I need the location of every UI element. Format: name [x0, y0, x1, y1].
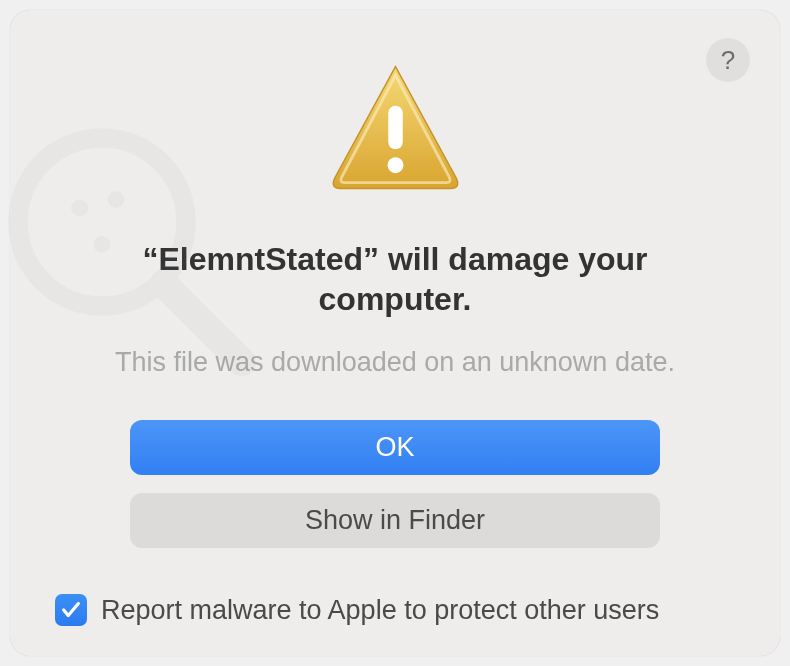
warning-icon: [323, 55, 468, 204]
report-malware-label: Report malware to Apple to protect other…: [101, 595, 659, 626]
help-icon: ?: [721, 45, 735, 76]
report-malware-checkbox[interactable]: [55, 594, 87, 626]
report-malware-row: Report malware to Apple to protect other…: [55, 594, 659, 626]
ok-button[interactable]: OK: [130, 420, 660, 475]
svg-point-2: [71, 200, 88, 217]
show-in-finder-label: Show in Finder: [305, 505, 485, 536]
alert-dialog: ? “ElemntStated” will damage your comput…: [10, 10, 780, 656]
button-group: OK Show in Finder: [130, 420, 660, 548]
checkmark-icon: [60, 599, 82, 621]
help-button[interactable]: ?: [706, 38, 750, 82]
svg-point-3: [108, 191, 125, 208]
alert-title: “ElemntStated” will damage your computer…: [95, 239, 695, 319]
ok-button-label: OK: [375, 432, 414, 463]
show-in-finder-button[interactable]: Show in Finder: [130, 493, 660, 548]
svg-point-6: [387, 157, 403, 173]
alert-subtitle: This file was downloaded on an unknown d…: [115, 347, 675, 378]
svg-rect-5: [388, 106, 403, 150]
